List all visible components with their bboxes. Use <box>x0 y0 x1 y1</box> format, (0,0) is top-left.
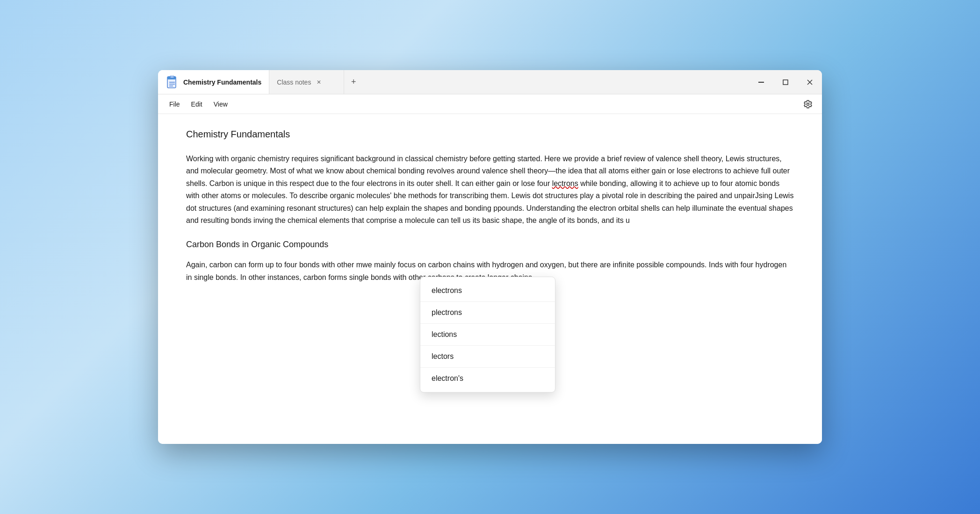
settings-button[interactable] <box>800 96 816 113</box>
misspelled-word: lectrons <box>552 179 578 187</box>
autocorrect-item-2[interactable]: lections <box>420 324 555 346</box>
window-controls <box>749 70 822 94</box>
notepad-app-icon <box>166 76 179 89</box>
text-hidden-4: ving the chemical elements that comprise… <box>259 216 630 224</box>
active-tab[interactable]: Chemistry Fundamentals <box>158 70 269 94</box>
tab-title-active: Chemistry Fundamentals <box>183 79 261 86</box>
svg-rect-5 <box>170 76 174 78</box>
menu-view[interactable]: View <box>208 99 233 110</box>
paragraph-1: Working with organic chemistry requires … <box>186 153 794 227</box>
document-title: Chemistry Fundamentals <box>186 129 794 140</box>
svg-rect-6 <box>758 82 764 83</box>
menu-file[interactable]: File <box>164 99 186 110</box>
maximize-button[interactable] <box>773 70 798 94</box>
secondary-tab-label: Class notes <box>277 79 311 86</box>
close-button[interactable] <box>798 70 822 94</box>
menu-edit[interactable]: Edit <box>186 99 208 110</box>
autocorrect-dropdown: electrons plectrons lections lectors ele… <box>420 277 555 393</box>
autocorrect-item-1[interactable]: plectrons <box>420 302 555 324</box>
autocorrect-item-3[interactable]: lectors <box>420 346 555 368</box>
svg-rect-7 <box>783 80 788 85</box>
minimize-button[interactable] <box>749 70 773 94</box>
tab-close-button[interactable]: ✕ <box>315 78 323 86</box>
autocorrect-item-4[interactable]: electron's <box>420 368 555 389</box>
text-hidden-5: we mainly focus on carbon chains with hy… <box>362 261 715 269</box>
app-window: Chemistry Fundamentals Class notes ✕ + F… <box>158 70 822 444</box>
editor-area[interactable]: Chemistry Fundamentals Working with orga… <box>158 114 822 444</box>
text-hidden-1: he methods for transcribing them. Lewis … <box>398 192 755 200</box>
new-tab-button[interactable]: + <box>344 70 363 94</box>
heading-carbon-bonds: Carbon Bonds in Organic Compounds <box>186 240 794 250</box>
autocorrect-item-0[interactable]: electrons <box>420 280 555 302</box>
title-bar: Chemistry Fundamentals Class notes ✕ + <box>158 70 822 94</box>
menu-bar: File Edit View <box>158 94 822 114</box>
secondary-tab[interactable]: Class notes ✕ <box>269 70 344 94</box>
